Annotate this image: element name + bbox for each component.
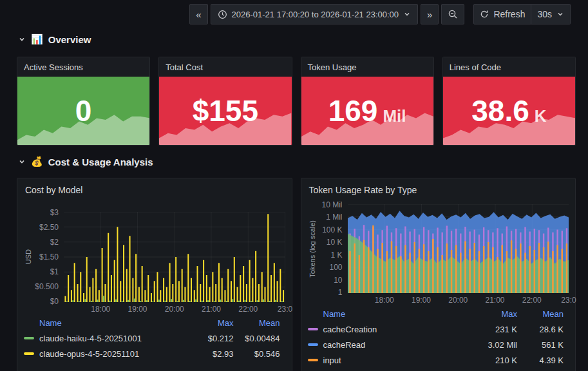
x-tick: 19:00 [128,305,147,314]
time-controls-toolbar: « 2026-01-21 17:00:20 to 2026-01-21 23:0… [189,4,571,24]
legend-series-name[interactable]: claude-opus-4-5-20251101 [24,349,184,359]
token-usage-rate-panel: Token Usage Rate by Type Tokens (log sca… [301,178,576,371]
y-tick: 10 [334,276,342,285]
stat-panel-title[interactable]: Active Sessions [17,57,149,77]
series-color-swatch [308,328,318,330]
legend: Name Max Mean claude-haiku-4-5-20251001 … [24,315,285,361]
zoom-out-icon [448,9,458,19]
x-tick: 18:00 [91,305,110,314]
series-color-swatch [24,352,34,355]
x-tick: 20:00 [448,296,468,305]
refresh-interval-dropdown[interactable]: 30s [531,4,571,24]
y-tick: $3 [50,208,59,217]
y-tick: 1 [338,288,343,297]
legend-header-max[interactable]: Max [467,309,517,319]
legend-header: Name Max Mean [308,306,564,321]
time-shift-forward-button[interactable]: » [421,4,439,24]
stat-value: 0 [17,77,149,145]
section-overview-title: Overview [48,34,91,45]
legend-series-name[interactable]: input [308,356,468,365]
y-tick: 1 K [330,251,342,260]
stat-panel-lines-of-code: Lines of Code 38.6K [442,57,576,146]
token-chart-plot[interactable] [348,204,569,293]
zoom-out-button[interactable] [441,4,464,24]
refresh-icon [480,10,489,19]
x-tick: 18:00 [375,296,394,305]
chevron-down-icon [556,10,564,18]
legend-series-name[interactable]: cacheCreation [308,325,468,334]
legend-row: cacheRead 3.02 Mil 561 K [308,337,564,352]
chart-panels-row: Cost by Model USD $3 $2.50 $2 $1.50 $1 $… [17,178,576,371]
refresh-button[interactable]: Refresh [473,4,531,24]
chevrons-left-icon: « [196,10,201,19]
x-tick: 23:0 [278,305,292,314]
stat-panel-active-sessions: Active Sessions 0 [17,57,150,146]
y-tick: $2 [50,238,59,247]
y-tick: $1 [50,267,59,276]
plot-column: 18:00 19:00 20:00 21:00 22:00 23:0 [348,204,569,305]
stat-panel-total-cost: Total Cost $155 [158,57,292,146]
legend-header-name[interactable]: Name [24,318,184,328]
refresh-interval-label: 30s [537,9,552,19]
stat-panel-title[interactable]: Token Usage [301,57,433,77]
x-tick: 21:00 [202,305,221,314]
stat-panel-title[interactable]: Total Cost [159,57,291,77]
y-axis-label-wrap: USD [24,212,33,302]
legend-header-mean[interactable]: Mean [234,318,280,328]
stat-panels-row: Active Sessions 0 Total Cost $155 Token … [17,57,576,146]
legend-max-value: 231 K [467,325,517,334]
series-color-swatch [308,343,318,346]
legend-header-name[interactable]: Name [308,309,468,319]
refresh-controls: Refresh 30s [473,4,571,24]
section-cost-usage-header[interactable]: 💰 Cost & Usage Analysis [18,156,153,167]
collapse-chevron-icon [18,35,26,43]
money-bag-emoji-icon: 💰 [31,156,43,167]
clock-icon [218,10,227,19]
y-tick: 100 [329,263,342,272]
legend-row: claude-opus-4-5-20251101 $2.93 $0.546 [24,346,280,361]
time-shift-back-button[interactable]: « [189,4,207,24]
legend-max-value: 3.02 Mil [467,340,517,350]
x-axis-ticks: 18:00 19:00 20:00 21:00 22:00 23:0 [64,302,285,314]
cost-chart-plot[interactable] [64,212,285,302]
legend-header-mean[interactable]: Mean [517,309,564,319]
legend-mean-value: $0.546 [234,349,280,359]
legend-header-max[interactable]: Max [184,318,234,328]
y-tick: $1.50 [39,252,59,262]
token-chart: Tokens (log scale) 10 Mil 1 Mil 100 K 10… [308,204,569,305]
stat-panel-body: $155 [159,77,291,145]
section-overview-header[interactable]: 📊 Overview [18,33,91,45]
legend-header: Name Max Mean [24,315,280,330]
y-axis-ticks: $3 $2.50 $2 $1.50 $1 $0.500 $0 [33,208,64,306]
time-range-picker[interactable]: 2026-01-21 17:00:20 to 2026-01-21 23:00:… [211,4,419,24]
y-tick: 10 Mil [321,200,342,209]
stat-panel-token-usage: Token Usage 169Mil [301,57,434,146]
y-axis-ticks: 10 Mil 1 Mil 100 K 10 K 1 K 100 10 1 [317,200,348,297]
panel-title[interactable]: Token Usage Rate by Type [309,185,569,195]
legend-mean-value: 28.6 K [517,325,564,334]
legend-series-name[interactable]: cacheRead [308,340,468,350]
series-color-swatch [308,359,318,361]
x-tick: 23:0 [561,296,576,305]
y-tick: $0.500 [35,282,59,291]
y-tick: 10 K [327,238,343,247]
time-range-text: 2026-01-21 17:00:20 to 2026-01-21 23:00:… [232,10,399,19]
y-tick: $2.50 [39,223,59,232]
legend-row: input 210 K 4.39 K [308,352,564,368]
panel-title[interactable]: Cost by Model [25,185,285,195]
legend-mean-value: 561 K [517,340,564,350]
stat-value: $155 [159,77,291,145]
y-axis-label: USD [24,249,32,264]
legend-series-name[interactable]: claude-haiku-4-5-20251001 [24,334,184,343]
x-tick: 20:00 [165,305,184,314]
y-axis-label: Tokens (log scale) [308,220,316,278]
stat-panel-title[interactable]: Lines of Code [443,57,575,77]
y-tick: 1 Mil [326,213,342,222]
bar-chart-emoji-icon: 📊 [31,33,43,45]
x-tick: 22:00 [238,305,258,314]
chevron-down-icon [403,10,411,18]
stat-panel-body: 38.6K [443,77,575,145]
legend-mean-value: 4.39 K [517,356,564,365]
cost-chart: USD $3 $2.50 $2 $1.50 $1 $0.500 $0 18:00… [24,212,285,314]
x-tick: 21:00 [485,296,504,305]
